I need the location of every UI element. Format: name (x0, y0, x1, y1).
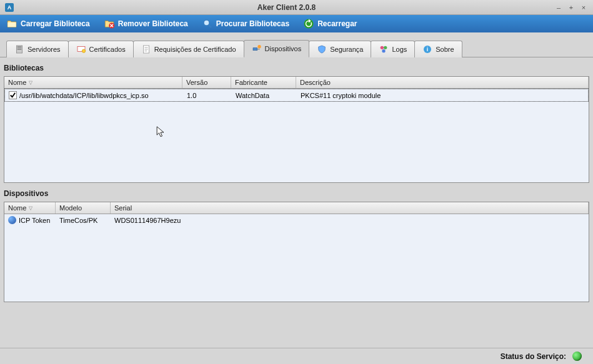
window-controls: – + × (554, 3, 588, 12)
reload-button[interactable]: Recarregar (301, 17, 359, 31)
svg-rect-9 (253, 48, 257, 51)
devices-table: Nome▽ Modelo Serial ICP Token TimeCos/PK… (4, 202, 589, 302)
device-row[interactable]: ICP Token TimeCos/PK WDS01114967H9ezu (4, 214, 589, 226)
tab-servers[interactable]: Servidores (6, 41, 69, 57)
window-title: Aker Client 2.0.8 (19, 3, 554, 12)
col-header-dev-name[interactable]: Nome▽ (4, 202, 56, 214)
library-checkbox[interactable] (9, 91, 17, 99)
device-serial: WDS01114967H9ezu (111, 215, 589, 225)
close-button[interactable]: × (579, 3, 588, 12)
svg-point-14 (382, 49, 386, 52)
tab-label: Sobre (436, 46, 454, 53)
devices-icon (252, 44, 262, 54)
open-icon (6, 18, 17, 29)
tab-security[interactable]: Segurança (309, 41, 371, 57)
tab-label: Dispositivos (265, 45, 302, 52)
tabbar: Servidores Certificados Requisições de C… (0, 32, 593, 57)
svg-text:i: i (427, 46, 428, 52)
library-version: 1.0 (183, 91, 232, 100)
tab-label: Requisições de Certificado (154, 46, 236, 53)
info-icon: i (422, 44, 432, 54)
libraries-section-label: Bibliotecas (4, 64, 589, 72)
statusbar: Status do Serviço: (0, 348, 593, 364)
tab-about[interactable]: i Sobre (414, 41, 462, 57)
libraries-body[interactable]: /usr/lib/watchdata/ICP/lib/libwdpkcs_icp… (4, 89, 589, 182)
toolbar-label: Remover Biblioteca (118, 19, 188, 28)
toolbar-label: Recarregar (317, 19, 357, 28)
device-model: TimeCos/PK (56, 215, 111, 225)
tab-certificates[interactable]: Certificados (68, 41, 134, 57)
sort-indicator-icon: ▽ (29, 80, 32, 86)
library-desc: PKCS#11 cryptoki module (297, 91, 588, 100)
svg-point-11 (257, 45, 261, 48)
toolbar: Carregar Biblioteca Remover Biblioteca P… (0, 15, 593, 32)
col-header-dev-model[interactable]: Modelo (56, 202, 111, 214)
maximize-button[interactable]: + (567, 3, 576, 12)
col-header-dev-serial[interactable]: Serial (111, 202, 589, 214)
certificate-icon (76, 44, 86, 54)
device-name: ICP Token (19, 217, 50, 224)
minimize-button[interactable]: – (554, 3, 563, 12)
load-library-button[interactable]: Carregar Biblioteca (4, 17, 92, 31)
app-icon: A (5, 3, 14, 12)
col-header-name[interactable]: Nome▽ (4, 77, 182, 88)
status-led-icon (572, 352, 582, 361)
devices-section-label: Dispositivos (4, 189, 589, 198)
devices-header-row: Nome▽ Modelo Serial (4, 202, 589, 214)
tab-label: Certificados (89, 46, 126, 53)
library-row[interactable]: /usr/lib/watchdata/ICP/lib/libwdpkcs_icp… (4, 89, 589, 102)
libraries-table: Nome▽ Versão Fabricante Descrição /usr/l… (4, 76, 589, 183)
remove-icon (104, 18, 115, 29)
reload-icon (303, 18, 314, 29)
devices-body[interactable]: ICP Token TimeCos/PK WDS01114967H9ezu (4, 214, 589, 302)
col-header-version[interactable]: Versão (182, 77, 231, 88)
tab-label: Logs (392, 46, 407, 53)
svg-rect-4 (17, 46, 22, 47)
document-icon (141, 44, 151, 54)
svg-rect-5 (17, 49, 22, 50)
server-icon (14, 44, 24, 54)
libraries-header-row: Nome▽ Versão Fabricante Descrição (4, 77, 589, 89)
tab-devices[interactable]: Dispositivos (244, 40, 310, 57)
tab-logs[interactable]: Logs (371, 41, 415, 57)
sort-indicator-icon: ▽ (29, 205, 32, 211)
remove-library-button[interactable]: Remover Biblioteca (101, 17, 191, 31)
titlebar: A Aker Client 2.0.8 – + × (0, 0, 593, 15)
library-maker: WatchData (232, 91, 297, 100)
tab-cert-requests[interactable]: Requisições de Certificado (133, 41, 244, 57)
toolbar-label: Carregar Biblioteca (21, 19, 90, 28)
search-icon (202, 18, 213, 29)
svg-point-12 (381, 46, 384, 49)
tab-label: Segurança (330, 46, 363, 53)
logs-icon (379, 44, 389, 54)
svg-rect-10 (257, 49, 259, 49)
find-libraries-button[interactable]: Procurar Bibliotecas (199, 17, 292, 31)
svg-point-7 (82, 49, 85, 52)
col-header-desc[interactable]: Descrição (296, 77, 589, 88)
svg-point-1 (204, 20, 209, 26)
col-header-maker[interactable]: Fabricante (231, 77, 296, 88)
token-icon (8, 216, 16, 224)
library-path: /usr/lib/watchdata/ICP/lib/libwdpkcs_icp… (19, 92, 149, 99)
toolbar-label: Procurar Bibliotecas (216, 19, 289, 28)
shield-icon (317, 44, 327, 54)
svg-point-13 (384, 46, 387, 49)
status-label: Status do Serviço: (501, 352, 566, 361)
tab-label: Servidores (27, 46, 61, 53)
